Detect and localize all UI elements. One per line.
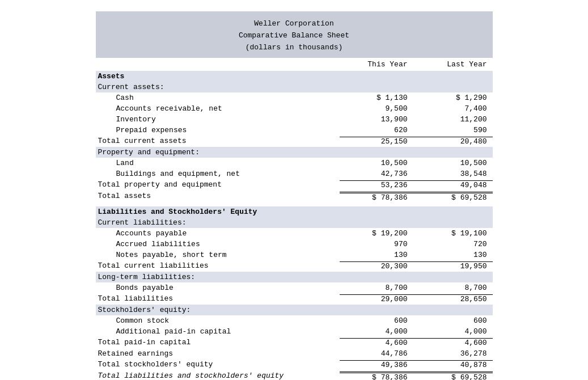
last-year-value-inventory: 11,200 bbox=[419, 115, 493, 124]
last-year-value-total-liabilities: 28,650 bbox=[419, 294, 493, 303]
row-label-land: Land bbox=[96, 159, 340, 167]
row-label-total-current-liabilities: Total current liabilities bbox=[96, 261, 340, 271]
this-year-value-property-equipment-header bbox=[340, 148, 419, 157]
table-row: Total current liabilities20,30019,950 bbox=[96, 260, 493, 272]
this-year-col-header: This Year bbox=[340, 60, 419, 69]
row-label-total-paid-in-capital: Total paid-in capital bbox=[96, 338, 340, 347]
row-label-current-liabilities-header: Current liabilities: bbox=[96, 218, 340, 227]
table-row: Long-term liabilities: bbox=[96, 272, 493, 282]
table-row: Total liabilities and stockholders' equi… bbox=[96, 370, 493, 380]
table-body: AssetsCurrent assets:Cash$ 1,130$ 1,290A… bbox=[96, 71, 493, 380]
last-year-value-land: 10,500 bbox=[419, 159, 493, 167]
row-label-additional-paid-in: Additional paid-in capital bbox=[96, 327, 340, 336]
last-year-value-cash: $ 1,290 bbox=[419, 94, 493, 102]
this-year-value-accounts-payable: $ 19,200 bbox=[340, 229, 419, 238]
row-label-total-assets: Total assets bbox=[96, 192, 340, 202]
last-year-value-accounts-receivable: 7,400 bbox=[419, 104, 493, 113]
table-row: Total liabilities29,00028,650 bbox=[96, 293, 493, 305]
row-label-bonds-payable: Bonds payable bbox=[96, 284, 340, 292]
last-year-value-property-equipment-header bbox=[419, 148, 493, 157]
last-year-value-prepaid-expenses: 590 bbox=[419, 126, 493, 134]
last-year-col-header: Last Year bbox=[419, 60, 493, 69]
table-row: Prepaid expenses620590 bbox=[96, 125, 493, 136]
last-year-value-common-stock: 600 bbox=[419, 316, 493, 325]
last-year-value-total-property-equipment: 49,048 bbox=[419, 180, 493, 189]
row-label-retained-earnings: Retained earnings bbox=[96, 349, 340, 358]
table-row: Accounts receivable, net9,5007,400 bbox=[96, 103, 493, 114]
row-label-common-stock: Common stock bbox=[96, 316, 340, 325]
header-line1: Weller Corporation bbox=[96, 18, 493, 30]
last-year-value-total-assets: $ 69,528 bbox=[419, 192, 493, 202]
this-year-value-stockholders-equity-header bbox=[340, 306, 419, 314]
table-row: Total assets$ 78,386$ 69,528 bbox=[96, 191, 493, 203]
this-year-value-land: 10,500 bbox=[340, 159, 419, 167]
last-year-value-total-current-assets: 20,480 bbox=[419, 137, 493, 146]
table-row: Current assets: bbox=[96, 82, 493, 92]
last-year-value-accrued-liabilities: 720 bbox=[419, 240, 493, 248]
this-year-value-accounts-receivable: 9,500 bbox=[340, 104, 419, 113]
last-year-value-long-term-liabilities-header bbox=[419, 273, 493, 281]
this-year-value-inventory: 13,900 bbox=[340, 115, 419, 124]
table-row: Accounts payable$ 19,200$ 19,100 bbox=[96, 228, 493, 239]
label-col-header bbox=[96, 60, 340, 69]
row-label-current-assets-header: Current assets: bbox=[96, 83, 340, 91]
this-year-value-long-term-liabilities-header bbox=[340, 273, 419, 281]
this-year-value-total-liabilities-equity: $ 78,386 bbox=[340, 371, 419, 380]
this-year-value-total-paid-in-capital: 4,600 bbox=[340, 338, 419, 347]
this-year-value-retained-earnings: 44,786 bbox=[340, 349, 419, 358]
table-row: Stockholders' equity: bbox=[96, 305, 493, 315]
table-row: Bonds payable8,7008,700 bbox=[96, 282, 493, 293]
row-label-stockholders-equity-header: Stockholders' equity: bbox=[96, 306, 340, 314]
header-line3: (dollars in thousands) bbox=[96, 42, 493, 54]
row-label-accrued-liabilities: Accrued liabilities bbox=[96, 240, 340, 248]
table-row: Additional paid-in capital4,0004,000 bbox=[96, 326, 493, 337]
header-line2: Comparative Balance Sheet bbox=[96, 30, 493, 42]
row-label-total-liabilities: Total liabilities bbox=[96, 294, 340, 303]
last-year-value-additional-paid-in: 4,000 bbox=[419, 327, 493, 336]
last-year-value-buildings-equipment: 38,548 bbox=[419, 170, 493, 178]
table-row: Current liabilities: bbox=[96, 217, 493, 228]
last-year-value-current-liabilities-header bbox=[419, 218, 493, 227]
balance-sheet-container: Weller Corporation Comparative Balance S… bbox=[96, 11, 493, 380]
row-label-total-liabilities-equity: Total liabilities and stockholders' equi… bbox=[96, 371, 340, 380]
table-row: Liabilities and Stockholders' Equity bbox=[96, 206, 493, 217]
this-year-value-prepaid-expenses: 620 bbox=[340, 126, 419, 134]
row-label-prepaid-expenses: Prepaid expenses bbox=[96, 126, 340, 134]
table-row: Cash$ 1,130$ 1,290 bbox=[96, 92, 493, 103]
this-year-value-liabilities-equity-header bbox=[340, 208, 419, 216]
this-year-value-current-liabilities-header bbox=[340, 218, 419, 227]
row-label-total-property-equipment: Total property and equipment bbox=[96, 180, 340, 189]
this-year-value-buildings-equipment: 42,736 bbox=[340, 170, 419, 178]
table-row: Buildings and equipment, net42,73638,548 bbox=[96, 168, 493, 179]
table-row: Assets bbox=[96, 71, 493, 82]
table-row: Total paid-in capital4,6004,600 bbox=[96, 337, 493, 348]
column-headers-row: This Year Last Year bbox=[96, 58, 493, 71]
this-year-value-total-stockholders-equity: 49,386 bbox=[340, 360, 419, 369]
table-row: Total property and equipment53,23649,048 bbox=[96, 179, 493, 191]
this-year-value-assets-header bbox=[340, 72, 419, 81]
table-row: Property and equipment: bbox=[96, 147, 493, 158]
this-year-value-total-current-liabilities: 20,300 bbox=[340, 261, 419, 271]
this-year-value-cash: $ 1,130 bbox=[340, 94, 419, 102]
last-year-value-assets-header bbox=[419, 72, 493, 81]
table-row: Retained earnings44,78636,278 bbox=[96, 348, 493, 359]
last-year-value-bonds-payable: 8,700 bbox=[419, 284, 493, 292]
table-row: Notes payable, short term130130 bbox=[96, 250, 493, 260]
table-row: Land10,50010,500 bbox=[96, 158, 493, 168]
row-label-inventory: Inventory bbox=[96, 115, 340, 124]
last-year-value-accounts-payable: $ 19,100 bbox=[419, 229, 493, 238]
this-year-value-current-assets-header bbox=[340, 83, 419, 91]
this-year-value-total-liabilities: 29,000 bbox=[340, 294, 419, 303]
row-label-property-equipment-header: Property and equipment: bbox=[96, 148, 340, 157]
this-year-value-accrued-liabilities: 970 bbox=[340, 240, 419, 248]
last-year-value-total-current-liabilities: 19,950 bbox=[419, 261, 493, 271]
last-year-value-total-liabilities-equity: $ 69,528 bbox=[419, 371, 493, 380]
this-year-value-notes-payable: 130 bbox=[340, 251, 419, 259]
row-label-long-term-liabilities-header: Long-term liabilities: bbox=[96, 273, 340, 281]
row-label-total-current-assets: Total current assets bbox=[96, 137, 340, 146]
last-year-value-total-paid-in-capital: 4,600 bbox=[419, 338, 493, 347]
this-year-value-common-stock: 600 bbox=[340, 316, 419, 325]
table-row: Total current assets25,15020,480 bbox=[96, 136, 493, 147]
row-label-accounts-payable: Accounts payable bbox=[96, 229, 340, 238]
row-label-buildings-equipment: Buildings and equipment, net bbox=[96, 170, 340, 178]
